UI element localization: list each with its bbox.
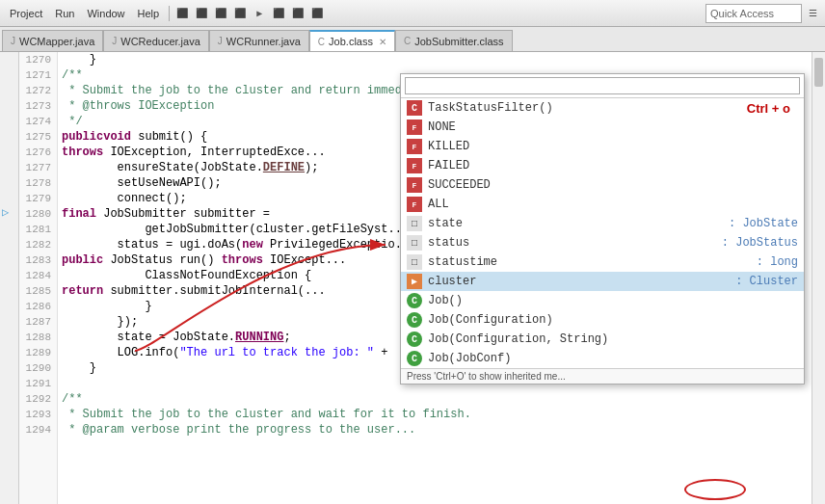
autocomplete-popup: CTaskStatusFilter()Ctrl + oFNONEFKILLEDF… — [400, 73, 805, 385]
ac-item-state[interactable]: □state: JobState — [401, 214, 804, 233]
ac-item-label: Job(Configuration) — [428, 313, 798, 327]
ac-item-succeeded[interactable]: FSUCCEEDED — [401, 175, 804, 195]
toolbar-icon-2[interactable]: ⬛ — [193, 5, 210, 22]
ac-item-label: NONE — [428, 120, 798, 134]
tab-label-wcmapper: WCMapper.java — [19, 36, 94, 47]
toolbar-icon-5[interactable]: ▶ — [251, 5, 268, 22]
ac-item-all[interactable]: FALL — [401, 195, 804, 214]
toolbar-icon-right[interactable]: ☰ — [804, 5, 821, 22]
toolbar-icon-1[interactable]: ⬛ — [173, 5, 191, 22]
ac-item-type: : JobState — [729, 217, 798, 230]
tab-label-wcrunner: WCRunner.java — [226, 36, 301, 47]
tab-label-job-class: Job.class — [329, 36, 373, 47]
ctrl-hint: Ctrl + o — [747, 101, 790, 116]
ac-search-bar — [401, 74, 804, 98]
ac-item-label: SUCCEEDED — [428, 178, 798, 192]
toolbar-separator-1 — [169, 6, 170, 21]
ac-item-cluster[interactable]: ▶cluster: Cluster — [401, 272, 804, 291]
line-numbers: 1270127112721273127412751276127712781279… — [19, 52, 58, 504]
editor-scrollbar[interactable] — [812, 52, 825, 504]
tab-icon-jobsubmitter: C — [404, 36, 411, 46]
ac-item-label: state — [428, 217, 723, 230]
ac-item-type: : JobStatus — [722, 236, 798, 250]
ac-item-type: : Cluster — [735, 275, 798, 288]
tab-icon-wcreducer: J — [112, 36, 117, 46]
ac-item-job_ctor[interactable]: CJob() — [401, 291, 804, 310]
tab-jobsubmitter[interactable]: C JobSubmitter.class — [395, 30, 513, 51]
ac-item-label: Job(Configuration, String) — [428, 332, 798, 346]
ac-item-status[interactable]: □status: JobStatus — [401, 233, 804, 252]
ac-footer: Press 'Ctrl+O' to show inherited me... — [401, 368, 804, 384]
tab-wcrunner[interactable]: J WCRunner.java — [209, 30, 309, 51]
code-line-1294: * @param verbose print the progress to t… — [62, 422, 808, 438]
ac-item-label: Job(JobConf) — [428, 352, 798, 365]
tab-wcmapper[interactable]: J WCMapper.java — [2, 30, 103, 51]
code-line-1293: * Submit the job to the cluster and wait… — [62, 407, 808, 422]
ac-item-label: cluster — [428, 275, 730, 288]
toolbar-icon-7[interactable]: ⬛ — [289, 5, 306, 22]
ac-item-job_conf[interactable]: CJob(Configuration) — [401, 310, 804, 330]
code-line-1292: /** — [62, 391, 808, 407]
tab-label-wcreducer: WCReducer.java — [120, 36, 200, 47]
menu-run[interactable]: Run — [49, 6, 80, 21]
tab-wcreducer[interactable]: J WCReducer.java — [103, 30, 209, 51]
code-line-1270: } — [62, 52, 808, 67]
toolbar-icon-8[interactable]: ⬛ — [308, 5, 326, 22]
menu-help[interactable]: Help — [132, 6, 166, 21]
gutter-arrow: ▷ — [2, 205, 9, 220]
ac-item-none[interactable]: FNONE — [401, 118, 804, 137]
editor-area: ▷ 12701271127212731274127512761277127812… — [0, 52, 825, 504]
menu-window[interactable]: Window — [81, 6, 130, 21]
menu-project[interactable]: Project — [4, 6, 48, 21]
ac-item-type: : long — [757, 255, 798, 269]
tab-icon-wcrunner: J — [218, 36, 223, 46]
quick-access-label: Quick Access — [710, 8, 774, 19]
ac-item-label: KILLED — [428, 140, 798, 153]
ac-item-label: statustime — [428, 255, 751, 269]
ac-item-label: ALL — [428, 198, 798, 211]
tab-label-jobsubmitter: JobSubmitter.class — [414, 36, 503, 47]
ac-item-killed[interactable]: FKILLED — [401, 137, 804, 156]
toolbar-icon-3[interactable]: ⬛ — [212, 5, 229, 22]
editor-pane: 1270127112721273127412751276127712781279… — [19, 52, 812, 504]
tab-job-class[interactable]: C Job.class ✕ — [309, 30, 395, 51]
ac-item-taskstatusfilter[interactable]: CTaskStatusFilter()Ctrl + o — [401, 98, 804, 118]
ac-item-label: TaskStatusFilter() — [428, 101, 741, 115]
ac-item-label: Job() — [428, 294, 798, 307]
ac-item-label: FAILED — [428, 159, 798, 172]
tab-bar: J WCMapper.java J WCReducer.java J WCRun… — [0, 27, 825, 52]
tab-close-job-class[interactable]: ✕ — [379, 37, 386, 47]
ac-item-failed[interactable]: FFAILED — [401, 156, 804, 175]
scrollbar-thumb[interactable] — [814, 58, 823, 87]
ac-item-job_jobconf[interactable]: CJob(JobConf) — [401, 349, 804, 368]
ac-item-label: status — [428, 236, 716, 250]
ac-item-statustime[interactable]: □statustime: long — [401, 252, 804, 272]
quick-access-input[interactable]: Quick Access — [705, 4, 802, 23]
ac-item-job_conf_str[interactable]: CJob(Configuration, String) — [401, 330, 804, 349]
tab-icon-job-class: C — [318, 37, 325, 47]
toolbar: Project Run Window Help ⬛ ⬛ ⬛ ⬛ ▶ ⬛ ⬛ ⬛ … — [0, 0, 825, 27]
toolbar-icon-6[interactable]: ⬛ — [270, 5, 287, 22]
toolbar-icon-4[interactable]: ⬛ — [231, 5, 249, 22]
ac-search-input[interactable] — [405, 77, 800, 94]
left-gutter: ▷ — [0, 52, 19, 504]
menu-bar: Project Run Window Help — [4, 6, 165, 21]
tab-icon-wcmapper: J — [11, 36, 15, 46]
ac-list: CTaskStatusFilter()Ctrl + oFNONEFKILLEDF… — [401, 98, 804, 368]
